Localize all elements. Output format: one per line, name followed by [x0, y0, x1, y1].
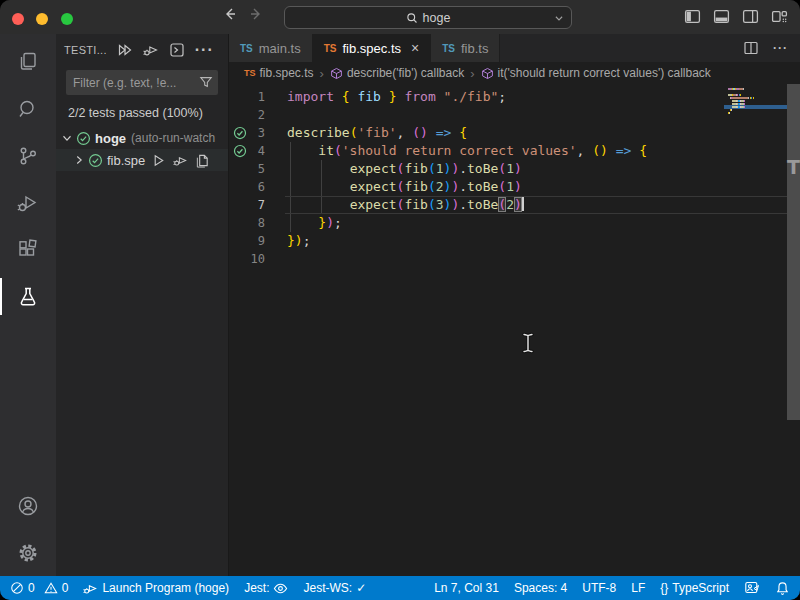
- test-group-label: hoge: [95, 131, 126, 146]
- row-inline-actions: [151, 153, 210, 168]
- zoom-window-button[interactable]: [61, 13, 73, 25]
- status-bar: 0 0 Launch Program (hoge) Jest: Jest-WS:…: [0, 576, 800, 600]
- sidebar-item-run-debug[interactable]: [0, 179, 56, 226]
- scrollbar-marker: T: [787, 156, 800, 178]
- sidebar-item-explorer[interactable]: [0, 38, 56, 85]
- code-line-5[interactable]: 5 expect(fib(1)).toBe(1): [229, 160, 787, 178]
- encoding-status[interactable]: UTF-8: [582, 581, 616, 595]
- code-line-1[interactable]: 1import { fib } from "./fib";: [229, 88, 787, 106]
- explorer-icon: [16, 50, 40, 74]
- go-to-file-icon[interactable]: [195, 153, 210, 168]
- code-line-2[interactable]: 2: [229, 106, 787, 124]
- chevron-down-icon[interactable]: [60, 131, 74, 145]
- symbol-namespace-icon: [330, 67, 343, 80]
- more-actions-icon[interactable]: ···: [195, 41, 214, 59]
- code-line-8[interactable]: 8 });: [229, 214, 787, 232]
- debug-tests-icon[interactable]: [143, 42, 159, 58]
- scrollbar[interactable]: T: [787, 84, 800, 420]
- code-line-10[interactable]: 10: [229, 250, 787, 268]
- test-filter: [66, 70, 218, 95]
- sidebar-item-search[interactable]: [0, 85, 56, 132]
- vscode-window: hoge: [0, 0, 800, 600]
- toggle-secondary-sidebar-icon[interactable]: [742, 8, 759, 25]
- code-line-3[interactable]: 3describe('fib', () => {: [229, 124, 787, 142]
- editor-actions: ···: [743, 34, 800, 62]
- ts-file-icon: TS: [240, 43, 253, 54]
- code-line-9[interactable]: 9});: [229, 232, 787, 250]
- back-arrow-icon[interactable]: [222, 6, 238, 22]
- text-caret: [522, 197, 524, 211]
- breadcrumb-file[interactable]: TS fib.spec.ts: [244, 66, 314, 80]
- test-passed-icon: [76, 131, 91, 146]
- chevron-down-icon[interactable]: [554, 13, 564, 23]
- testing-sidebar: TESTI... ··· 2/2 tests passed (100%): [56, 34, 229, 576]
- feedback-icon[interactable]: [744, 580, 760, 596]
- toggle-panel-icon[interactable]: [713, 8, 730, 25]
- more-editor-actions-icon[interactable]: ···: [773, 41, 788, 55]
- gutter-test-passed-icon[interactable]: [233, 126, 247, 140]
- test-file-label: fib.spe: [107, 153, 145, 168]
- sidebar-item-source-control[interactable]: [0, 132, 56, 179]
- command-center-search[interactable]: hoge: [284, 6, 572, 29]
- run-icon[interactable]: [151, 153, 166, 168]
- errors-icon: [10, 581, 24, 595]
- customize-layout-icon[interactable]: [771, 8, 788, 25]
- testing-flask-icon: [16, 285, 40, 309]
- code-line-4[interactable]: 4 it('should return correct values', () …: [229, 142, 787, 160]
- line-number: 6: [229, 178, 265, 196]
- show-output-icon[interactable]: [169, 42, 185, 58]
- toggle-primary-sidebar-icon[interactable]: [684, 8, 701, 25]
- search-icon: [16, 97, 40, 121]
- breadcrumb-separator: ›: [320, 66, 324, 81]
- sidebar-item-testing[interactable]: [0, 273, 56, 320]
- code-line-6[interactable]: 6 expect(fib(2)).toBe(1): [229, 178, 787, 196]
- close-window-button[interactable]: [12, 13, 24, 25]
- breadcrumb-it[interactable]: it('should return correct values') callb…: [481, 66, 711, 80]
- accounts-icon: [16, 494, 40, 518]
- editor-group: TS main.ts TS fib.spec.ts × TS fib.ts ··…: [229, 34, 800, 576]
- symbol-namespace-icon: [481, 67, 494, 80]
- cursor-position-status[interactable]: Ln 7, Col 31: [434, 581, 499, 595]
- breadcrumb-describe[interactable]: describe('fib') callback: [330, 66, 464, 80]
- forward-arrow-icon[interactable]: [248, 6, 264, 22]
- line-number: 5: [229, 160, 265, 178]
- test-tree: hoge (auto-run-watch fib.spe: [56, 127, 228, 171]
- sidebar-item-extensions[interactable]: [0, 226, 56, 273]
- line-number: 2: [229, 106, 265, 124]
- title-bar: hoge: [0, 0, 800, 34]
- test-tree-row-fibspec[interactable]: fib.spe: [56, 149, 228, 171]
- jest-status[interactable]: Jest:: [244, 581, 288, 596]
- debug-icon[interactable]: [173, 153, 188, 168]
- filter-funnel-icon[interactable]: [199, 75, 213, 89]
- gutter-test-passed-icon[interactable]: [233, 144, 247, 158]
- close-tab-icon[interactable]: ×: [411, 40, 419, 56]
- filter-input[interactable]: [66, 70, 218, 95]
- warnings-count: 0: [62, 581, 69, 595]
- run-tests-icon[interactable]: [117, 42, 133, 58]
- braces-icon: {}: [660, 581, 668, 595]
- code-line-7[interactable]: 7 expect(fib(3)).toBe(2): [229, 196, 787, 214]
- chevron-right-icon[interactable]: [72, 153, 86, 167]
- line-number: 7: [229, 196, 265, 214]
- split-editor-icon[interactable]: [743, 40, 759, 56]
- check-icon: ✓: [356, 581, 366, 595]
- test-tree-row-hoge[interactable]: hoge (auto-run-watch: [56, 127, 228, 149]
- tab-fib-ts[interactable]: TS fib.ts: [431, 34, 500, 62]
- debug-launch-status[interactable]: Launch Program (hoge): [83, 581, 229, 596]
- language-mode-status[interactable]: {} TypeScript: [660, 581, 729, 595]
- indentation-status[interactable]: Spaces: 4: [514, 581, 567, 595]
- activity-bar: [0, 34, 56, 576]
- eol-status[interactable]: LF: [631, 581, 645, 595]
- tab-main-ts[interactable]: TS main.ts: [229, 34, 313, 62]
- debug-launch-label: Launch Program (hoge): [102, 581, 229, 595]
- sidebar-item-accounts[interactable]: [0, 482, 56, 529]
- code-lines: 1import { fib } from "./fib";23describe(…: [229, 88, 787, 268]
- problems-indicator[interactable]: 0 0: [10, 581, 68, 595]
- code-editor[interactable]: 1import { fib } from "./fib";23describe(…: [229, 84, 800, 576]
- sidebar-item-settings[interactable]: [0, 529, 56, 576]
- bell-icon[interactable]: [775, 581, 790, 596]
- minimize-window-button[interactable]: [36, 13, 48, 25]
- tab-fib-spec-ts[interactable]: TS fib.spec.ts ×: [313, 34, 432, 62]
- minimap[interactable]: [728, 88, 784, 122]
- jest-ws-status[interactable]: Jest-WS: ✓: [303, 581, 366, 595]
